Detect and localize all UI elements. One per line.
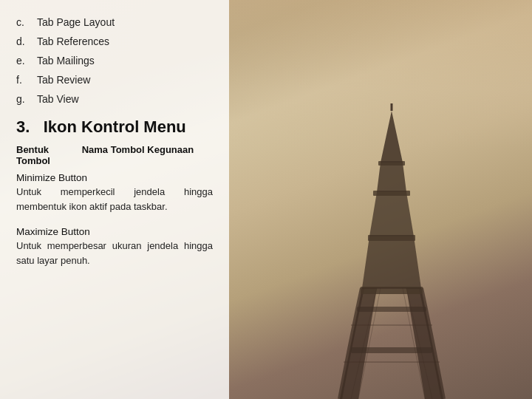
table-header-nama: Nama Tombol: [82, 144, 148, 166]
table-header-row: Bentuk Tombol Nama Tombol Kegunaan: [16, 144, 213, 166]
list-letter: e.: [16, 53, 33, 69]
list-text: Tab References: [37, 34, 109, 50]
table-header-bentuk: Bentuk Tombol: [16, 144, 82, 166]
list-letter: f.: [16, 72, 33, 88]
list-item: g. Tab View: [16, 92, 213, 107]
section-number: 3.: [16, 117, 30, 136]
desc-title-1: Minimize Button: [16, 172, 213, 183]
desc-body-1: Untuk memperkecil jendela hingga membent…: [16, 185, 213, 214]
list-item: c. Tab Page Layout: [16, 15, 213, 30]
table-header-kegunaan: Kegunaan: [147, 144, 213, 166]
list-letter: c.: [16, 15, 33, 30]
list-item: e. Tab Mailings: [16, 53, 213, 69]
list-item: d. Tab References: [16, 34, 213, 50]
list-letter: g.: [16, 92, 33, 107]
description-block-1: Minimize Button Untuk memperkecil jendel…: [16, 172, 213, 214]
section-title: Ikon Kontrol Menu: [44, 117, 186, 136]
list-text: Tab View: [37, 92, 79, 107]
list-text: Tab Mailings: [37, 53, 95, 69]
description-block-2: Maximize Button Untuk memperbesar ukuran…: [16, 226, 213, 268]
desc-body-2: Untuk memperbesar ukuran jendela hingga …: [16, 239, 213, 268]
content-panel: c. Tab Page Layout d. Tab References e. …: [0, 0, 229, 399]
list-text: Tab Review: [37, 72, 90, 88]
list-text: Tab Page Layout: [37, 15, 115, 30]
section-heading: 3. Ikon Kontrol Menu: [16, 117, 213, 137]
svg-rect-1: [357, 307, 426, 312]
list-item: f. Tab Review: [16, 72, 213, 88]
eiffel-tower-illustration: [310, 103, 473, 399]
desc-title-2: Maximize Button: [16, 226, 213, 237]
list-letter: d.: [16, 34, 33, 50]
list-section: c. Tab Page Layout d. Tab References e. …: [16, 15, 213, 107]
